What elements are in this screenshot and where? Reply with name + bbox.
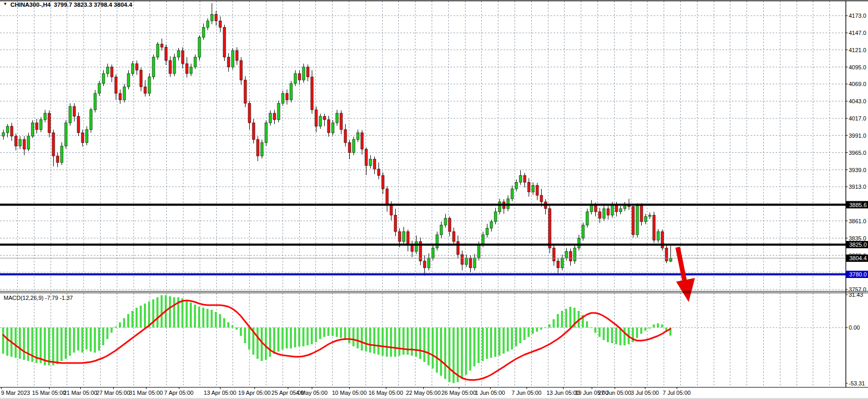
candle-body	[398, 232, 401, 241]
candle-body	[202, 28, 205, 38]
macd-bar	[440, 328, 442, 376]
candle-body	[148, 77, 151, 94]
macd-bar	[344, 328, 346, 340]
macd-bar	[340, 328, 342, 338]
candle-body	[440, 225, 443, 235]
macd-bar	[102, 328, 104, 345]
macd-bar	[119, 322, 121, 328]
macd-bar	[649, 328, 651, 329]
candle-body	[173, 57, 176, 74]
macd-bar	[607, 328, 609, 342]
arrow-head[interactable]	[676, 278, 695, 302]
macd-bar	[227, 322, 229, 328]
macd-bar	[65, 328, 67, 359]
candle-body	[357, 133, 359, 140]
candle-body	[44, 113, 46, 120]
price-chart-canvas[interactable]: 4173.04147.04121.04095.04069.04043.04017…	[0, 0, 868, 399]
macd-bar	[594, 328, 596, 333]
macd-bar	[611, 328, 613, 343]
macd-bar	[290, 328, 292, 348]
candle-body	[35, 123, 38, 130]
candle-body	[52, 133, 55, 156]
macd-bar	[19, 328, 21, 359]
macd-bar	[528, 328, 530, 337]
macd-bar	[327, 328, 329, 336]
panel-divider[interactable]	[0, 292, 868, 293]
macd-tick-label: 31.43	[849, 292, 863, 298]
macd-bar	[231, 325, 234, 328]
macd-bar	[432, 328, 434, 369]
candle-body	[340, 113, 343, 130]
macd-bar	[215, 312, 217, 328]
candle-body	[486, 228, 488, 235]
candle-body	[557, 261, 559, 268]
candle-body	[490, 222, 493, 228]
macd-bar	[657, 323, 659, 328]
macd-bar	[336, 328, 338, 337]
candle-body	[223, 28, 226, 57]
candle-body	[248, 103, 251, 123]
macd-bar	[561, 311, 563, 328]
time-tick-label: 19 Apr 05:00	[238, 390, 271, 396]
time-tick-label: 9 Mar 2023	[1, 390, 30, 396]
candle-body	[436, 235, 438, 248]
macd-bar	[23, 328, 25, 360]
price-tick-label: 3965.0	[849, 150, 866, 156]
macd-bar	[569, 307, 571, 328]
macd-bar	[298, 328, 300, 346]
candle-body	[444, 219, 447, 225]
macd-bar	[123, 318, 125, 328]
level-lines[interactable]	[0, 205, 846, 275]
candle-body	[532, 186, 534, 192]
candle-body	[569, 251, 572, 261]
candle-body	[40, 120, 42, 130]
macd-bar	[540, 328, 542, 330]
macd-bar	[136, 308, 138, 328]
arrow-shaft[interactable]	[678, 247, 685, 283]
macd-bar	[373, 328, 375, 354]
price-tick-label: 4069.0	[849, 81, 866, 87]
candle-body	[81, 133, 84, 143]
candle-body	[290, 83, 292, 100]
candlestick-series	[2, 3, 672, 276]
macd-histogram-series	[2, 295, 671, 383]
candle-body	[482, 235, 484, 245]
macd-bar	[323, 328, 325, 337]
candle-body	[632, 207, 634, 235]
candle-body	[519, 176, 522, 183]
candle-body	[131, 64, 134, 74]
candle-body	[523, 176, 526, 183]
macd-bar	[515, 328, 517, 346]
macd-grid	[0, 293, 846, 386]
price-tick-label: 3991.0	[849, 132, 866, 139]
time-tick-label: 27 Jun 05:00	[598, 390, 631, 396]
price-badge-label: 3825.0	[849, 241, 867, 248]
candle-body	[90, 110, 92, 130]
time-tick-label: 7 Jul 05:00	[663, 390, 691, 396]
macd-bar	[2, 328, 4, 354]
macd-bar	[553, 319, 555, 328]
macd-bar	[532, 328, 534, 334]
candle-body	[236, 51, 238, 61]
candle-body	[607, 209, 609, 215]
symbol-period-label: CHINA300-,H4	[10, 2, 51, 8]
macd-bar	[598, 328, 601, 337]
macd-bar	[98, 328, 100, 350]
chevron-down-icon[interactable]: ▼	[3, 2, 7, 6]
price-axis[interactable]: 4173.04147.04121.04095.04069.04043.04017…	[846, 13, 866, 293]
time-tick-label: 3 Jul 05:00	[631, 390, 659, 396]
macd-bar	[419, 328, 421, 359]
candle-body	[478, 245, 480, 258]
price-badge-label: 3885.6	[849, 202, 867, 208]
macd-bar	[6, 328, 8, 356]
candle-body	[48, 113, 51, 133]
macd-bar	[511, 328, 513, 349]
macd-bar	[156, 297, 158, 328]
macd-bar	[48, 328, 50, 366]
candle-body	[603, 209, 605, 219]
macd-bar	[590, 328, 592, 328]
candle-body	[215, 15, 217, 21]
price-badge-label: 3780.0	[849, 271, 867, 277]
time-axis[interactable]: 9 Mar 202315 Mar 05:0021 Mar 05:0027 Mar…	[1, 387, 691, 396]
candle-body	[56, 156, 59, 163]
